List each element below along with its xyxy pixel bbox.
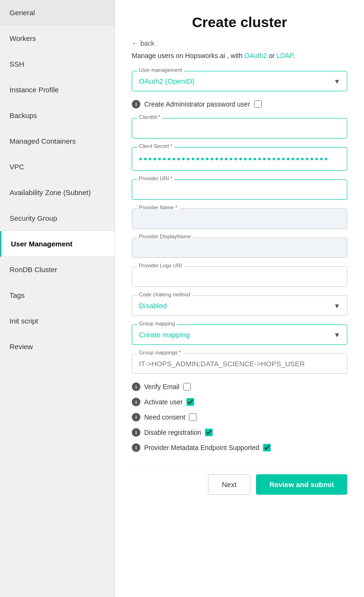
sidebar-item-workers[interactable]: Workers (0, 26, 115, 51)
user-management-select[interactable]: OAuth2 (OpenID) (139, 76, 340, 86)
provider-metadata-checkbox[interactable] (263, 444, 271, 451)
sidebar-item-backups[interactable]: Backups (0, 103, 115, 128)
verify-email-checkbox[interactable] (183, 383, 191, 391)
sidebar-item-tags[interactable]: Tags (0, 283, 115, 308)
provider-logo-input[interactable] (139, 272, 340, 282)
provider-logo-field: Provider Logo URI (132, 266, 347, 287)
user-management-label: User management (137, 67, 184, 73)
group-mapping-select-wrapper: Create mapping ▼ (139, 330, 340, 340)
sidebar-item-ssh[interactable]: SSH (0, 51, 115, 77)
sidebar-item-vpc[interactable]: VPC (0, 154, 115, 180)
need-consent-info-icon: i (132, 413, 140, 421)
provider-uri-field: Provider URI https://dev-86723251.okta.c… (132, 179, 347, 200)
provider-metadata-row: i Provider Metadata Endpoint Supported (132, 443, 347, 452)
code-challenge-select[interactable]: Disabled (139, 301, 340, 311)
create-admin-row: i Create Administrator password user (132, 100, 347, 108)
client-id-label: ClientId (137, 114, 162, 120)
page-title: Create cluster (132, 14, 347, 30)
activate-user-label: Activate user (144, 398, 183, 406)
back-link[interactable]: ← back (132, 39, 154, 47)
disable-registration-checkbox[interactable] (205, 429, 213, 436)
sidebar-item-rondb-cluster[interactable]: RonDB Cluster (0, 257, 115, 283)
provider-name-field: Provider Name Okta (132, 208, 347, 229)
sidebar-item-availability-zone[interactable]: Availability Zone (Subnet) (0, 180, 115, 206)
code-challenge-label: Code chaleng method (137, 292, 192, 297)
oauth2-link[interactable]: OAuth2 (245, 52, 267, 59)
group-mappings-input[interactable] (139, 359, 340, 369)
main-content: Create cluster ← back Manage users on Ho… (115, 0, 364, 597)
sidebar-item-instance-profile[interactable]: Instance Profile (0, 77, 115, 103)
group-mappings-field: Group mappings (132, 353, 347, 374)
group-mappings-label: Group mappings (137, 350, 183, 355)
user-management-select-wrapper: OAuth2 (OpenID) ▼ (139, 76, 340, 86)
next-button[interactable]: Next (208, 474, 250, 495)
disable-registration-row: i Disable registration (132, 428, 347, 437)
footer-buttons: Next Review and submit (132, 466, 347, 495)
create-admin-checkbox[interactable] (254, 100, 262, 108)
code-challenge-select-wrapper: Disabled ▼ (139, 301, 340, 311)
disable-registration-label: Disable registration (144, 429, 201, 436)
client-id-input[interactable]: 0oa2wom56IgiC9PIU5d7 (139, 123, 340, 133)
group-mapping-select[interactable]: Create mapping (139, 330, 340, 340)
verify-email-row: i Verify Email (132, 382, 347, 391)
review-submit-button[interactable]: Review and submit (256, 474, 347, 495)
activate-user-info-icon: i (132, 398, 140, 406)
sidebar-item-general[interactable]: General (0, 0, 115, 26)
client-secret-label: Client Secret (137, 143, 174, 149)
verify-email-info-icon: i (132, 382, 140, 391)
sidebar-item-security-group[interactable]: Security Group (0, 206, 115, 231)
activate-user-checkbox[interactable] (187, 398, 194, 406)
manage-users-text: Manage users on Hopsworks.ai , with OAut… (132, 52, 347, 59)
user-management-field: User management OAuth2 (OpenID) ▼ (132, 71, 347, 91)
create-admin-label: Create Administrator password user (144, 100, 250, 108)
need-consent-checkbox[interactable] (189, 413, 197, 421)
sidebar-item-managed-containers[interactable]: Managed Containers (0, 128, 115, 154)
disable-registration-info-icon: i (132, 428, 140, 437)
need-consent-label: Need consent (144, 413, 185, 421)
sidebar-item-user-management[interactable]: User Management (0, 231, 115, 257)
provider-logo-label: Provider Logo URI (137, 263, 184, 268)
provider-metadata-info-icon: i (132, 443, 140, 452)
provider-name-input[interactable]: Okta (139, 214, 340, 224)
need-consent-row: i Need consent (132, 413, 347, 421)
activate-user-row: i Activate user (132, 398, 347, 406)
sidebar-item-init-script[interactable]: Init script (0, 308, 115, 334)
provider-displayname-input[interactable]: Okta (139, 243, 340, 253)
sidebar-item-review[interactable]: Review (0, 334, 115, 360)
client-secret-field: Client Secret ••••••••••••••••••••••••••… (132, 147, 347, 171)
provider-name-label: Provider Name (137, 205, 179, 210)
code-challenge-field: Code chaleng method Disabled ▼ (132, 295, 347, 316)
provider-displayname-label: Provider DisplayName (137, 234, 193, 239)
client-id-field: ClientId 0oa2wom56IgiC9PIU5d7 (132, 118, 347, 138)
provider-uri-label: Provider URI (137, 176, 174, 181)
provider-displayname-field: Provider DisplayName Okta (132, 237, 347, 258)
create-admin-info-icon: i (132, 100, 140, 108)
group-mapping-label: Group mapping (137, 321, 177, 326)
provider-metadata-label: Provider Metadata Endpoint Supported (144, 444, 259, 451)
group-mapping-field: Group mapping Create mapping ▼ (132, 324, 347, 345)
ldap-link[interactable]: LDAP (276, 52, 293, 59)
sidebar: General Workers SSH Instance Profile Bac… (0, 0, 115, 597)
verify-email-label: Verify Email (144, 383, 179, 391)
provider-uri-input[interactable]: https://dev-86723251.okta.com (139, 185, 340, 195)
client-secret-dots: •••••••••••••••••••••••••••••••••••••••• (139, 152, 340, 166)
